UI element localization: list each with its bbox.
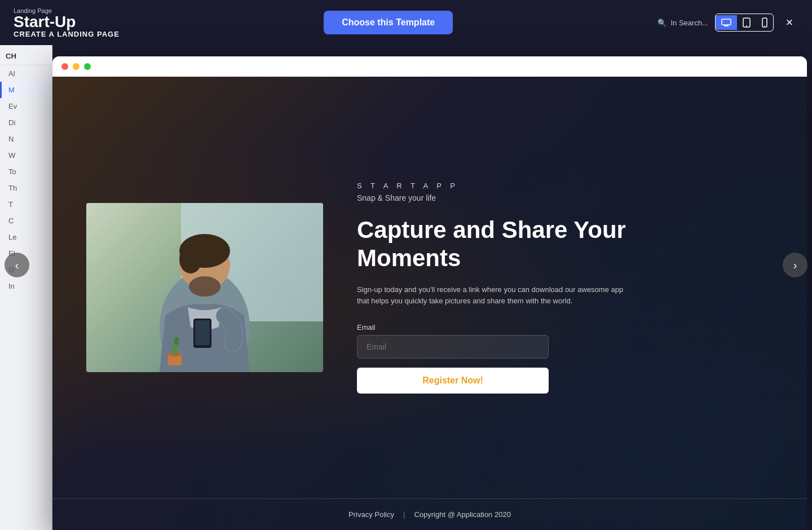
register-button[interactable]: Register Now! — [357, 368, 549, 394]
desktop-view-button[interactable] — [716, 15, 737, 30]
copyright-text: Copyright @ Application 2020 — [414, 510, 510, 519]
sidebar-item[interactable]: T — [0, 196, 52, 213]
sidebar-item[interactable]: W — [0, 147, 52, 164]
svg-point-12 — [189, 276, 220, 297]
search-bar: 🔍 In Search... — [657, 19, 708, 27]
sidebar: CH AlMEvDiNWToThTCLeElOIn — [0, 45, 52, 530]
svg-point-11 — [179, 245, 202, 273]
sidebar-item[interactable]: Di — [0, 114, 52, 131]
mobile-icon — [762, 17, 767, 28]
close-button[interactable]: × — [780, 14, 798, 32]
traffic-light-red[interactable] — [61, 63, 68, 70]
right-content: S T A R T A P P Snap & Share your life C… — [357, 182, 773, 394]
landing-footer: Privacy Policy | Copyright @ Application… — [52, 498, 807, 530]
mobile-view-button[interactable] — [756, 14, 773, 31]
sidebar-item[interactable]: Th — [0, 180, 52, 196]
app-snap: Snap & Share your life — [357, 193, 773, 202]
person-photo — [86, 203, 323, 372]
prev-chevron[interactable]: ‹ — [5, 253, 29, 277]
footer-divider: | — [403, 510, 405, 519]
chevron-right-icon: › — [793, 259, 797, 272]
top-header: Landing Page Start-Up CREATE A LANDING P… — [0, 0, 812, 45]
email-input[interactable] — [357, 335, 549, 359]
sidebar-item[interactable]: Le — [0, 229, 52, 245]
sidebar-title: CH — [0, 45, 52, 65]
sidebar-item[interactable]: C — [0, 213, 52, 229]
sidebar-item[interactable]: N — [0, 131, 52, 147]
svg-rect-0 — [722, 19, 731, 25]
preview-modal: S T A R T A P P Snap & Share your life C… — [52, 56, 807, 530]
desktop-icon — [721, 19, 731, 26]
header-left: Landing Page Start-Up CREATE A LANDING P… — [14, 7, 120, 38]
svg-point-5 — [746, 25, 747, 26]
header-center: Choose this Template — [324, 11, 453, 34]
email-form-group: Email — [357, 323, 773, 359]
landing-content: S T A R T A P P Snap & Share your life C… — [52, 77, 807, 530]
modal-titlebar — [52, 56, 807, 77]
person-silhouette — [137, 214, 272, 372]
svg-point-7 — [764, 25, 765, 26]
search-icon: 🔍 — [657, 19, 667, 27]
main-heading: Capture and Share Your Moments — [357, 216, 773, 273]
header-right: 🔍 In Search... — [657, 14, 798, 32]
svg-rect-14 — [195, 320, 210, 345]
chevron-left-icon: ‹ — [15, 259, 19, 272]
choose-template-button[interactable]: Choose this Template — [324, 11, 453, 34]
sidebar-item[interactable]: To — [0, 164, 52, 180]
privacy-policy-link[interactable]: Privacy Policy — [348, 510, 394, 519]
sidebar-item[interactable]: M — [0, 82, 52, 98]
svg-rect-18 — [174, 337, 179, 345]
app-tagline: S T A R T A P P — [357, 182, 773, 190]
tablet-view-button[interactable] — [737, 14, 756, 31]
brand-name: Start-Up — [14, 14, 120, 30]
tablet-icon — [743, 17, 751, 28]
device-selector — [715, 14, 774, 32]
traffic-light-yellow[interactable] — [73, 63, 80, 70]
traffic-light-green[interactable] — [84, 63, 91, 70]
email-label: Email — [357, 323, 773, 332]
search-label: In Search... — [671, 19, 708, 27]
sidebar-item[interactable]: Al — [0, 65, 52, 82]
page-subtitle: CREATE A LANDING PAGE — [14, 30, 120, 38]
sub-description: Sign-up today and you'll receive a link … — [357, 284, 628, 308]
next-chevron[interactable]: › — [783, 253, 807, 277]
landing-main: S T A R T A P P Snap & Share your life C… — [52, 77, 807, 498]
sidebar-item[interactable]: In — [0, 278, 52, 294]
sidebar-item[interactable]: Ev — [0, 98, 52, 114]
